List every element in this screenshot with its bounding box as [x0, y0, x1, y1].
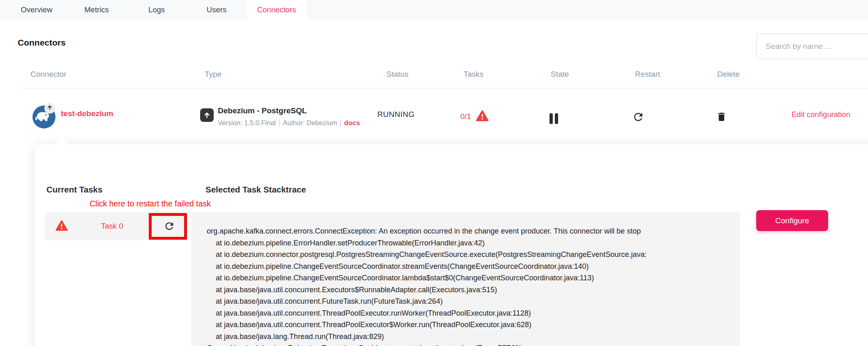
- restart-task-button[interactable]: [164, 220, 175, 234]
- stacktrace-line: at io.debezium.pipeline.ChangeEventSourc…: [207, 272, 740, 284]
- tab-metrics[interactable]: Metrics: [67, 0, 127, 20]
- column-header-state: State: [551, 70, 569, 79]
- stacktrace-box: org.apache.kafka.connect.errors.ConnectE…: [191, 212, 740, 346]
- delete-connector-button[interactable]: [716, 111, 727, 124]
- stacktrace-line: at java.base/java.lang.Thread.run(Thread…: [207, 331, 740, 343]
- restart-icon: [632, 111, 644, 125]
- header-separator: [18, 88, 868, 88]
- column-header-tasks: Tasks: [464, 70, 484, 79]
- column-header-type: Type: [205, 70, 222, 79]
- stacktrace-line: at java.base/java.util.concurrent.Thread…: [207, 319, 740, 331]
- stacktrace-line: at java.base/java.util.concurrent.Thread…: [207, 307, 740, 319]
- restart-connector-button[interactable]: [632, 112, 644, 124]
- docs-link[interactable]: docs: [344, 119, 360, 127]
- current-tasks-title: Current Tasks: [46, 185, 102, 195]
- stacktrace-line: at io.debezium.pipeline.ErrorHandler.set…: [207, 237, 740, 249]
- search-input[interactable]: [756, 34, 868, 59]
- tab-logs[interactable]: Logs: [127, 0, 187, 20]
- top-nav: Overview Metrics Logs Users Connectors: [0, 0, 868, 20]
- connector-details-panel: Current Tasks Selected Task Stacktrace C…: [35, 144, 868, 346]
- tab-users[interactable]: Users: [187, 0, 247, 20]
- connectors-page: Overview Metrics Logs Users Connectors C…: [0, 0, 868, 346]
- connector-type-meta: Version: 1.5.0.Final Author: Debezium do…: [218, 119, 360, 127]
- task-warning-icon: [55, 220, 68, 233]
- stacktrace-line: at io.debezium.connector.postgresql.Post…: [207, 249, 740, 261]
- tasks-count: 0/1: [460, 112, 471, 121]
- version-text: Version: 1.5.0.Final: [218, 119, 276, 127]
- status-value: RUNNING: [377, 110, 415, 119]
- connector-name-link[interactable]: test-debezium: [61, 109, 113, 118]
- arrow-up-icon: [47, 105, 53, 112]
- postgresql-elephant-icon: [32, 123, 55, 128]
- annotation-text: Click here to restart the failed task: [90, 199, 211, 209]
- stacktrace-line: org.apache.kafka.connect.errors.ConnectE…: [207, 225, 740, 237]
- connector-type-title: Debezium - PostgreSQL: [218, 106, 307, 115]
- task-label: Task 0: [101, 222, 123, 231]
- panel-notch: [55, 138, 69, 145]
- stacktrace-line: Caused by: io.debezium.DebeziumException…: [207, 342, 740, 346]
- edit-configuration-link[interactable]: Edit configuration: [792, 110, 850, 119]
- task-row[interactable]: Task 0: [45, 212, 187, 240]
- stacktrace-line: at java.base/java.util.concurrent.Execut…: [207, 284, 740, 296]
- tasks-cell: 0/1: [460, 110, 489, 123]
- column-header-connector: Connector: [30, 70, 67, 79]
- source-type-icon: [200, 108, 214, 122]
- trash-icon: [716, 111, 727, 124]
- page-title: Connectors: [18, 38, 66, 48]
- source-connector-badge: [44, 103, 55, 114]
- stacktrace-line: at io.debezium.pipeline.ChangeEventSourc…: [207, 261, 740, 273]
- pause-connector-button[interactable]: [548, 113, 559, 124]
- stacktrace-title: Selected Task Stacktrace: [205, 185, 306, 195]
- warning-triangle-icon: [476, 110, 489, 123]
- divider: [340, 119, 341, 127]
- tab-connectors[interactable]: Connectors: [247, 0, 307, 20]
- column-header-delete: Delete: [717, 70, 740, 79]
- stacktrace-line: at java.base/java.util.concurrent.Future…: [207, 296, 740, 307]
- column-header-status: Status: [386, 70, 409, 79]
- configure-button[interactable]: Configure: [756, 210, 828, 231]
- pause-icon: [549, 113, 553, 124]
- column-header-restart: Restart: [635, 70, 660, 79]
- divider: [279, 119, 279, 127]
- tab-overview[interactable]: Overview: [7, 0, 67, 20]
- author-text: Author: Debezium: [283, 119, 337, 127]
